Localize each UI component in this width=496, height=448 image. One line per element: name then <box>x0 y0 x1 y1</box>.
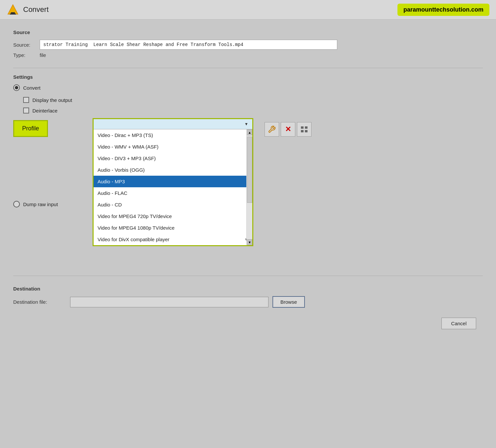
list-item[interactable]: Video - DIV3 + MP3 (ASF) <box>94 153 252 164</box>
destination-section: Destination Destination file: Browse <box>13 286 483 308</box>
bottom-buttons: Cancel <box>13 318 483 329</box>
list-item-selected[interactable]: Audio - MP3 <box>94 176 252 187</box>
cancel-button[interactable]: Cancel <box>441 318 476 329</box>
list-item[interactable]: Video for MPEG4 720p TV/device <box>94 210 252 222</box>
brand-label: paramounttechsolution.com <box>397 4 489 16</box>
scroll-down-button[interactable]: ▼ <box>247 239 252 245</box>
scroll-up-button[interactable]: ▲ <box>247 129 252 135</box>
list-item[interactable]: Video for MPEG4 1080p TV/device <box>94 222 252 234</box>
main-content: Source Source: Type: file Settings Conve… <box>0 20 496 339</box>
profile-label: Profile <box>13 120 48 137</box>
list-item[interactable]: Audio - Vorbis (OGG) <box>94 164 252 176</box>
display-output-label: Display the output <box>32 97 72 103</box>
list-item[interactable]: Video - Dirac + MP3 (TS) <box>94 129 252 141</box>
source-key-label: Source: <box>13 42 40 48</box>
type-row: Type: file <box>13 52 483 58</box>
convert-radio[interactable] <box>13 84 20 91</box>
close-icon: ✕ <box>285 125 291 134</box>
list-icon <box>300 125 308 133</box>
convert-radio-label: Convert <box>23 85 41 91</box>
dump-raw-radio[interactable] <box>13 201 20 207</box>
header-left: Convert <box>7 3 49 16</box>
convert-radio-row[interactable]: Convert <box>13 84 483 91</box>
page-title: Convert <box>23 5 49 14</box>
deinterlace-checkbox[interactable] <box>23 108 29 113</box>
chevron-down-icon: ▼ <box>244 122 248 126</box>
list-item[interactable]: Video for DivX compatible player ▼ <box>94 234 252 245</box>
deinterlace-label: Deinterlace <box>32 108 58 113</box>
list-item[interactable]: Audio - FLAC <box>94 187 252 199</box>
header: Convert paramounttechsolution.com <box>0 0 496 20</box>
svg-rect-3 <box>10 14 16 15</box>
profile-section: Profile ▼ Video - Dirac + MP3 (TS) Video… <box>13 120 483 259</box>
scrollbar-thumb[interactable] <box>247 137 252 203</box>
destination-row: Destination file: Browse <box>13 296 483 308</box>
source-input[interactable] <box>40 40 337 50</box>
wrench-icon <box>268 125 276 133</box>
source-section: Source Source: Type: file <box>13 29 483 58</box>
dump-raw-row[interactable]: Dump raw input <box>13 201 58 207</box>
source-row: Source: <box>13 40 483 50</box>
divider-2 <box>13 276 483 276</box>
source-section-label: Source <box>13 29 483 35</box>
dropdown-list[interactable]: Video - Dirac + MP3 (TS) Video - WMV + W… <box>94 129 252 245</box>
browse-button[interactable]: Browse <box>272 296 305 308</box>
destination-section-label: Destination <box>13 286 483 291</box>
list-item[interactable]: Video - WMV + WMA (ASF) <box>94 141 252 153</box>
svg-rect-4 <box>301 126 304 129</box>
dropdown-header[interactable]: ▼ <box>94 119 252 129</box>
list-item[interactable]: Audio - CD <box>94 199 252 210</box>
deinterlace-row[interactable]: Deinterlace <box>23 108 483 113</box>
delete-profile-button[interactable]: ✕ <box>281 122 295 137</box>
destination-input[interactable] <box>70 297 269 307</box>
svg-rect-5 <box>305 126 308 129</box>
display-output-row[interactable]: Display the output <box>23 97 483 103</box>
settings-section-label: Settings <box>13 74 483 80</box>
settings-section: Settings Convert Display the output Dein… <box>13 74 483 259</box>
profile-action-icons: ✕ <box>265 122 311 137</box>
svg-rect-7 <box>305 130 308 132</box>
type-value: file <box>40 52 46 58</box>
svg-rect-6 <box>301 130 304 132</box>
vlc-icon <box>7 3 19 16</box>
profile-dropdown-wrapper[interactable]: ▼ Video - Dirac + MP3 (TS) Video - WMV +… <box>93 118 253 246</box>
type-key-label: Type: <box>13 52 40 58</box>
scrollbar[interactable]: ▲ ▼ <box>246 129 252 245</box>
divider-1 <box>13 68 483 68</box>
wrench-icon-button[interactable] <box>265 122 279 137</box>
list-item-text: Video for DivX compatible player <box>98 237 169 242</box>
display-output-checkbox[interactable] <box>23 97 29 103</box>
new-profile-button[interactable] <box>297 122 311 137</box>
dump-raw-label: Dump raw input <box>23 202 58 207</box>
destination-key-label: Destination file: <box>13 299 66 305</box>
